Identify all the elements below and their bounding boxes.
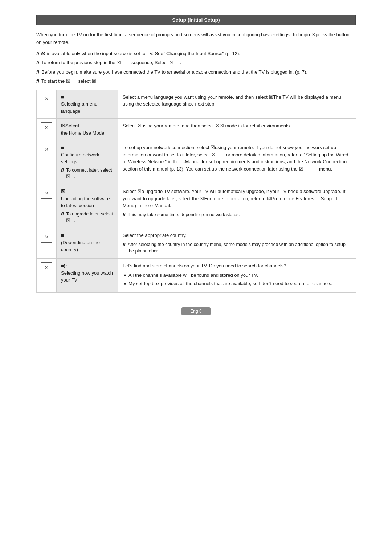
step-6-num: [37, 259, 57, 293]
step-5-subnote: fi After selecting the country in the co…: [123, 241, 351, 255]
step-6-bullets: All the channels available will be found…: [123, 272, 351, 287]
step-4-subnote: fi To upgrade later, select ☒ .: [61, 211, 114, 225]
step-1-right: Select a menu language you want using yo…: [118, 90, 356, 119]
step-3-subnote-text: To connect later, select ☒ .: [66, 167, 114, 181]
step-1-left: ■ Selecting a menu language: [57, 90, 118, 119]
steps-table: ■ Selecting a menu language Select a men…: [36, 90, 356, 293]
step-6-bullet-2: My set-top box provides all the channels…: [124, 280, 351, 287]
note-3-icon: fi: [36, 69, 39, 76]
note-3: fi Before you begin, make sure you have …: [36, 69, 356, 76]
step-1-box: [41, 94, 52, 104]
step-6-sub: Selecting how you watch your TV: [61, 270, 113, 283]
step-2-left: ☒Select the Home Use Mode.: [57, 119, 118, 140]
step-3-left: ■ Configure network settings fi To conne…: [57, 140, 118, 184]
step-3-subnote: fi To connect later, select ☒ .: [61, 167, 114, 181]
step-5-right: Select the appropriate country. fi After…: [118, 228, 356, 259]
step-1-sub: Selecting a menu language: [61, 101, 97, 114]
step-4-title: ☒: [61, 189, 65, 194]
step-5-box: [41, 232, 52, 243]
step-5-num: [37, 228, 57, 259]
step-row-2: ☒Select the Home Use Mode. Select ☒using…: [37, 119, 356, 140]
step-5-subnote-icon: fi: [123, 241, 126, 248]
footer-page-label: Eng 8: [181, 307, 210, 315]
step-2-box: [41, 122, 52, 133]
step-6-bullet-1: All the channels available will be found…: [124, 272, 351, 279]
step-4-right-subnote-icon: fi: [123, 212, 126, 218]
notes-list: fi ☒ is available only when the input so…: [36, 50, 356, 85]
step-4-subnote-icon: fi: [61, 211, 64, 218]
step-2-title: ☒Select: [61, 123, 79, 128]
note-1-icon: fi ☒: [36, 50, 45, 57]
note-4: fi To start the ☒ select ☒ .: [36, 78, 356, 85]
note-1-text: is available only when the input source …: [47, 50, 240, 57]
step-row-1: ■ Selecting a menu language Select a men…: [37, 90, 356, 119]
note-2: fi To return to the previous step in the…: [36, 59, 356, 66]
step-4-right-subnote: fi This may take some time, depending on…: [123, 212, 351, 218]
step-4-right-subnote-text: This may take some time, depending on ne…: [128, 212, 240, 218]
step-2-num: [37, 119, 57, 140]
step-3-sub: Configure network settings: [61, 152, 99, 165]
page-footer: Eng 8: [36, 307, 356, 315]
step-row-4: ☒ Upgrading the software to latest versi…: [37, 184, 356, 228]
note-3-text: Before you begin, make sure you have con…: [41, 69, 307, 76]
step-row-3: ■ Configure network settings fi To conne…: [37, 140, 356, 184]
step-5-left: ■ (Depending on the country): [57, 228, 118, 259]
step-3-num: [37, 140, 57, 184]
step-4-left: ☒ Upgrading the software to latest versi…: [57, 184, 118, 228]
step-5-sub: (Depending on the country): [61, 240, 100, 252]
step-4-box: [41, 188, 52, 199]
step-4-num: [37, 184, 57, 228]
step-6-box: [41, 262, 52, 273]
step-4-sub: Upgrading the software to latest version: [61, 196, 110, 209]
step-4-right: Select ☒o upgrade TV software. Your TV w…: [118, 184, 356, 228]
step-3-box: [41, 144, 52, 155]
note-2-text: To return to the previous step in the ☒ …: [41, 59, 181, 66]
note-2-icon: fi: [36, 59, 39, 66]
note-4-text: To start the ☒ select ☒ .: [41, 78, 102, 85]
step-5-subnote-text: After selecting the country in the count…: [128, 241, 351, 255]
step-6-right: Let's find and store channels on your TV…: [118, 259, 356, 293]
step-1-title: ■: [61, 94, 64, 100]
step-row-6: ■): Selecting how you watch your TV Let'…: [37, 259, 356, 293]
note-4-icon: fi: [36, 78, 39, 85]
section-header: Setup (Initial Setup): [36, 15, 356, 25]
step-1-num: [37, 90, 57, 119]
step-row-5: ■ (Depending on the country) Select the …: [37, 228, 356, 259]
step-3-subnote-icon: fi: [61, 167, 64, 174]
step-6-title: ■):: [61, 263, 67, 268]
step-2-right: Select ☒using your remote, and then sele…: [118, 119, 356, 140]
step-5-title: ■: [61, 233, 64, 238]
step-2-sub: the Home Use Mode.: [61, 130, 106, 136]
step-6-left: ■): Selecting how you watch your TV: [57, 259, 118, 293]
intro-paragraph: When you turn the TV on for the first ti…: [36, 31, 356, 46]
note-1: fi ☒ is available only when the input so…: [36, 50, 356, 57]
step-4-subnote-text: To upgrade later, select ☒ .: [66, 211, 114, 225]
page: Setup (Initial Setup) When you turn the …: [33, 15, 359, 323]
header-title: Setup (Initial Setup): [172, 17, 220, 23]
step-3-title: ■: [61, 145, 64, 150]
step-3-right: To set up your network connection, selec…: [118, 140, 356, 184]
